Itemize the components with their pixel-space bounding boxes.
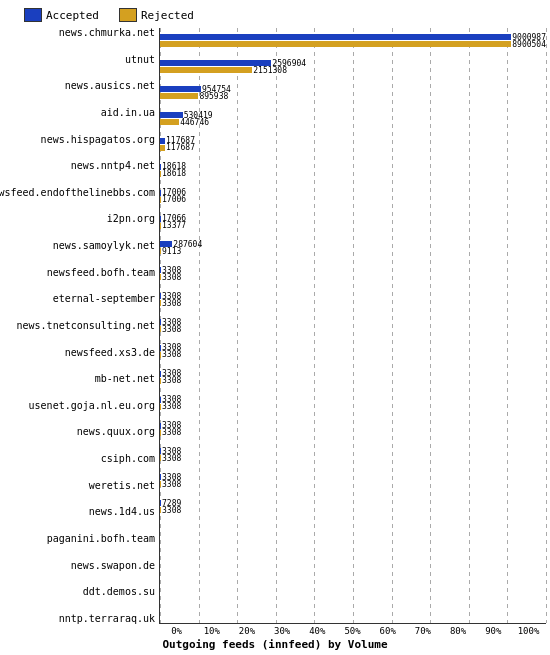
x-tick-label: 0%: [159, 626, 194, 636]
bar-row: 72893308: [160, 494, 546, 520]
y-label: usenet.goja.nl.eu.org: [4, 401, 155, 411]
bar-row: 33083308: [160, 442, 546, 468]
rejected-bar-line: 9113: [160, 248, 546, 255]
bar-row: 33083308: [160, 339, 546, 365]
y-label: paganini.bofh.team: [4, 534, 155, 544]
accepted-bar: [160, 474, 161, 480]
accepted-bar-line: 7289: [160, 500, 546, 507]
accepted-bar: [160, 423, 161, 429]
rejected-value: 3308: [162, 506, 181, 515]
rejected-bar: [160, 430, 161, 436]
accepted-bar-line: 17066: [160, 215, 546, 222]
rejected-bar-line: 3308: [160, 377, 546, 384]
accepted-bar: [160, 397, 161, 403]
bar-row: 90009878900504: [160, 28, 546, 54]
accepted-bar-line: 3308: [160, 474, 546, 481]
y-label: news.1d4.us: [4, 507, 155, 517]
legend: Accepted Rejected: [24, 8, 546, 22]
accepted-bar-line: 3308: [160, 422, 546, 429]
accepted-bar-line: 117687: [160, 137, 546, 144]
accepted-bar-line: [160, 577, 546, 584]
y-label: news.ausics.net: [4, 81, 155, 91]
accepted-bar-line: 2596904: [160, 60, 546, 67]
rejected-bar-line: 3308: [160, 429, 546, 436]
rejected-bar: [160, 171, 161, 177]
rejected-bar-line: [160, 558, 546, 565]
rejected-label: Rejected: [141, 9, 194, 22]
y-label: nntp.terraraq.uk: [4, 614, 155, 624]
rejected-value: 3308: [162, 325, 181, 334]
y-label: aid.in.ua: [4, 108, 155, 118]
accepted-bar: [160, 138, 165, 144]
bar-row: [160, 571, 546, 597]
rejected-icon: [119, 8, 137, 22]
rejected-value: 895938: [199, 92, 228, 101]
accepted-bar-line: 3308: [160, 344, 546, 351]
rejected-value: 446746: [180, 118, 209, 127]
rejected-value: 2151308: [253, 66, 287, 75]
y-label: newsfeed.bofh.team: [4, 268, 155, 278]
y-label: weretis.net: [4, 481, 155, 491]
accepted-bar-line: 17006: [160, 189, 546, 196]
bar-row: 33083308: [160, 468, 546, 494]
y-label: i2pn.org: [4, 214, 155, 224]
x-tick-label: 100%: [511, 626, 546, 636]
rejected-bar-line: [160, 584, 546, 591]
x-axis-title: Outgoing feeds (innfeed) by Volume: [4, 638, 546, 651]
bar-row: 33083308: [160, 261, 546, 287]
rejected-value: 117687: [166, 143, 195, 152]
rejected-bar-line: 13377: [160, 222, 546, 229]
rejected-bar: [160, 223, 161, 229]
rejected-bar: [160, 352, 161, 358]
accepted-bar-line: 3308: [160, 396, 546, 403]
accepted-bar: [160, 371, 161, 377]
accepted-bar: [160, 34, 511, 40]
rejected-bar: [160, 507, 161, 513]
grid-line: [546, 28, 547, 623]
x-tick-label: 30%: [265, 626, 300, 636]
rejected-bar: [160, 481, 161, 487]
rejected-bar: [160, 197, 161, 203]
rejected-bar-line: 3308: [160, 326, 546, 333]
rejected-bar-line: 3308: [160, 403, 546, 410]
bars-rows: 9000987890050425969042151308954754895938…: [160, 28, 546, 623]
x-tick-label: 40%: [300, 626, 335, 636]
accepted-bar: [160, 345, 161, 351]
bar-row: 954754895938: [160, 80, 546, 106]
x-tick-label: 50%: [335, 626, 370, 636]
rejected-bar-line: 895938: [160, 93, 546, 100]
accepted-bar-line: 9000987: [160, 34, 546, 41]
rejected-bar-line: 17006: [160, 196, 546, 203]
bar-row: 1706613377: [160, 209, 546, 235]
bar-row: [160, 597, 546, 623]
bar-row: 25969042151308: [160, 54, 546, 80]
y-label: newsfeed.xs3.de: [4, 348, 155, 358]
accepted-bar-line: 3308: [160, 448, 546, 455]
rejected-value: 3308: [162, 428, 181, 437]
y-label: mb-net.net: [4, 374, 155, 384]
accepted-bar-line: 287604: [160, 241, 546, 248]
rejected-bar-line: [160, 610, 546, 617]
accepted-bar: [160, 267, 161, 273]
bar-row: [160, 520, 546, 546]
rejected-value: 9113: [162, 247, 181, 256]
rejected-value: 8900504: [512, 40, 546, 49]
chart-inner: news.chmurka.netutnutnews.ausics.netaid.…: [4, 28, 546, 624]
rejected-bar-line: 2151308: [160, 67, 546, 74]
accepted-bar: [160, 319, 161, 325]
bar-row: 33083308: [160, 364, 546, 390]
accepted-icon: [24, 8, 42, 22]
y-axis-labels: news.chmurka.netutnutnews.ausics.netaid.…: [4, 28, 159, 624]
rejected-bar-line: 18618: [160, 170, 546, 177]
rejected-value: 3308: [162, 376, 181, 385]
accepted-bar: [160, 164, 161, 170]
y-label: csiph.com: [4, 454, 155, 464]
rejected-value: 3308: [162, 299, 181, 308]
accepted-bar: [160, 448, 161, 454]
rejected-bar: [160, 93, 198, 99]
rejected-value: 13377: [162, 221, 186, 230]
accepted-bar-line: 3308: [160, 370, 546, 377]
accepted-bar-line: [160, 526, 546, 533]
rejected-bar: [160, 378, 161, 384]
accepted-bar-line: 18618: [160, 163, 546, 170]
